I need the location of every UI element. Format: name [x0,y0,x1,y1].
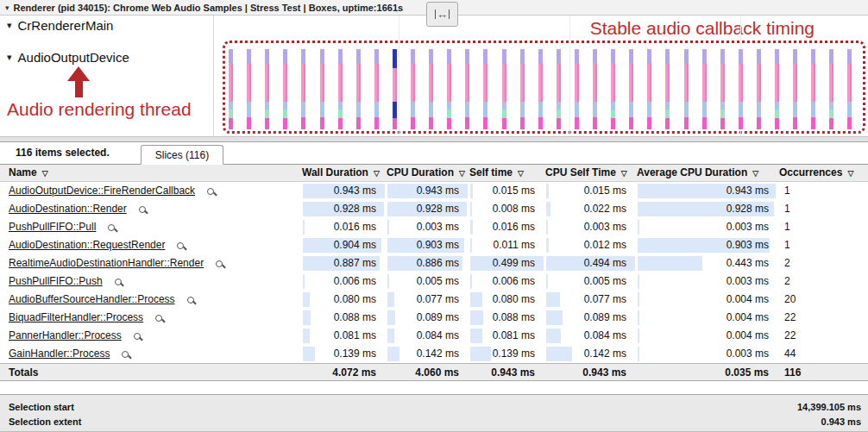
sort-triangle-icon[interactable]: ▽ [459,169,465,178]
analysis-tab-bar: 116 items selected. Slices (116) [0,142,868,165]
table-row[interactable]: PushPullFIFO::Pull0.016 ms0.003 ms0.016 … [0,218,868,236]
duration-bar [470,220,473,235]
duration-value: 0.006 ms [334,275,376,287]
table-row[interactable]: BiquadFilterHandler::Process0.088 ms0.08… [0,309,868,327]
magnifier-icon[interactable] [139,206,146,213]
duration-value: 0.015 ms [584,185,626,197]
audio-callback-slice[interactable] [829,49,833,129]
column-header-avg[interactable]: Average CPU Duration▽ [637,165,779,182]
audio-callback-slice[interactable] [702,49,707,129]
slice-name-link[interactable]: PushPullFIFO::Push [9,272,103,291]
audio-callback-slice[interactable] [811,49,815,129]
horizontal-splitter[interactable] [0,136,868,142]
magnifier-icon[interactable] [155,315,162,322]
audio-callback-slice[interactable] [265,49,269,129]
slice-segment [793,102,797,117]
slice-segment [629,49,633,64]
audio-callback-slice[interactable] [520,49,525,129]
table-row[interactable]: AudioDestination::RequestRender0.904 ms0… [0,236,868,254]
slice-name-link[interactable]: AudioDestination::Render [9,200,127,218]
slice-segment [557,49,561,64]
duration-bar [546,347,572,361]
audio-callback-slice[interactable] [793,49,797,129]
magnifier-icon[interactable] [216,260,223,267]
collapse-triangle-icon[interactable]: ▾ [7,20,12,31]
audio-callback-slice[interactable] [411,49,415,129]
thread-row-crrenderermain[interactable]: ▾ CrRendererMain [7,18,113,33]
timeline-track-canvas[interactable]: Stable audio callback timing [215,16,868,136]
column-header-cpu[interactable]: CPU Duration▽ [387,165,469,182]
audio-callback-slice[interactable] [356,49,361,129]
slice-name-link[interactable]: AudioOutputDevice::FireRenderCallback [9,182,195,200]
thread-label: CrRendererMain [18,18,114,33]
audio-callback-slice[interactable] [374,49,379,129]
audio-callback-slice[interactable] [629,49,633,129]
column-header-cpu_self[interactable]: CPU Self Time▽ [545,165,637,182]
audio-callback-slice[interactable] [557,49,561,129]
audio-callback-slice[interactable] [647,49,651,129]
column-header-self[interactable]: Self time▽ [469,165,545,182]
audio-callback-slice[interactable] [757,49,761,129]
table-row[interactable]: GainHandler::Process0.139 ms0.142 ms0.13… [0,345,868,363]
audio-callback-slice[interactable] [320,49,324,129]
slice-name-link[interactable]: PushPullFIFO::Pull [9,218,96,236]
sort-triangle-icon[interactable]: ▽ [518,169,524,178]
audio-callback-slice[interactable] [483,49,487,129]
column-header-occ[interactable]: Occurrences▽ [779,165,868,182]
audio-callback-slice[interactable] [739,49,743,129]
magnifier-icon[interactable] [108,224,115,231]
slice-segment [447,110,451,118]
collapse-triangle-icon[interactable]: ▾ [5,3,9,12]
sort-triangle-icon[interactable]: ▽ [42,169,48,178]
timing-mode-button[interactable]: ↔ [426,2,458,27]
audio-callback-slice[interactable] [847,49,852,129]
slice-name-link[interactable]: AudioBufferSourceHandler::Process [9,291,175,309]
table-row[interactable]: AudioOutputDevice::FireRenderCallback0.9… [0,182,868,200]
audio-callback-slice[interactable] [301,49,305,129]
magnifier-icon[interactable] [207,188,214,195]
slice-name-link[interactable]: GainHandler::Process [9,345,110,363]
table-row[interactable]: AudioDestination::Render0.928 ms0.928 ms… [0,200,868,218]
sort-triangle-icon[interactable]: ▽ [752,169,758,178]
audio-callback-slice[interactable] [665,49,670,129]
thread-row-audiooutputdevice[interactable]: ▾ AudioOutputDevice [7,50,129,65]
sort-triangle-icon[interactable]: ▽ [374,169,380,178]
audio-callback-slice[interactable] [283,49,287,129]
audio-callback-slice[interactable] [611,49,615,129]
sort-triangle-icon[interactable]: ▽ [847,169,853,178]
audio-callback-slice[interactable] [684,49,689,129]
table-row[interactable]: AudioBufferSourceHandler::Process0.080 m… [0,291,868,309]
slice-name-link[interactable]: RealtimeAudioDestinationHandler::Render [9,254,204,272]
column-header-wall[interactable]: Wall Duration▽ [302,165,387,182]
magnifier-icon[interactable] [134,333,141,340]
audio-callback-slice[interactable] [502,49,506,129]
audio-callback-slice[interactable] [393,49,397,129]
audio-callback-slice[interactable] [338,49,343,129]
audio-callback-slice[interactable] [465,49,469,129]
duration-value: 0.080 ms [334,293,376,305]
audio-callback-slice[interactable] [447,49,451,129]
table-row[interactable]: RealtimeAudioDestinationHandler::Render0… [0,254,868,272]
audio-callback-slice[interactable] [538,49,543,129]
tab-slices[interactable]: Slices (116) [141,145,223,165]
table-row[interactable]: PannerHandler::Process0.081 ms0.084 ms0.… [0,327,868,345]
table-row[interactable]: PushPullFIFO::Push0.006 ms0.005 ms0.006 … [0,272,868,291]
duration-value: 0.886 ms [417,257,459,269]
audio-callback-slice[interactable] [229,49,233,129]
column-header-name[interactable]: Name▽ [0,165,302,182]
slice-name-link[interactable]: BiquadFilterHandler::Process [9,309,143,327]
slice-name-link[interactable]: PannerHandler::Process [9,327,122,345]
audio-callback-slice[interactable] [720,49,725,129]
slice-name-link[interactable]: AudioDestination::RequestRender [9,236,165,254]
audio-callback-slice[interactable] [247,49,251,129]
audio-callback-slice[interactable] [775,49,779,129]
magnifier-icon[interactable] [115,279,122,285]
audio-callback-slice[interactable] [575,49,579,129]
collapse-triangle-icon[interactable]: ▾ [7,52,12,63]
sort-triangle-icon[interactable]: ▽ [621,169,627,178]
audio-callback-slice[interactable] [593,49,597,129]
magnifier-icon[interactable] [177,242,184,249]
magnifier-icon[interactable] [187,297,194,304]
audio-callback-slice[interactable] [429,49,433,129]
magnifier-icon[interactable] [122,351,129,358]
